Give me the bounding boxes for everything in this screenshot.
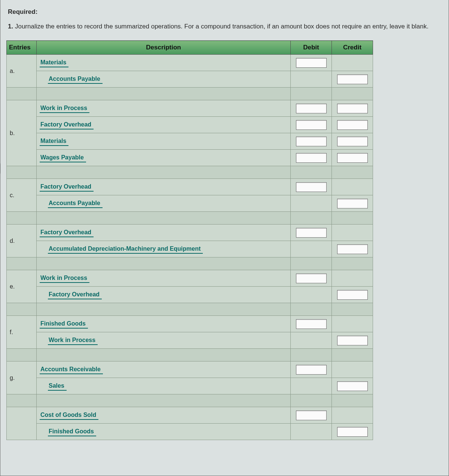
- account-link[interactable]: Finished Goods: [40, 320, 88, 329]
- debit-input[interactable]: [296, 120, 327, 130]
- account-link[interactable]: Materials: [40, 58, 68, 67]
- table-row: Wages Payable: [7, 150, 373, 166]
- debit-input[interactable]: [296, 182, 327, 192]
- account-link[interactable]: Sales: [48, 382, 67, 391]
- spacer-cell: [332, 303, 373, 316]
- credit-cell: [332, 378, 373, 394]
- credit-input[interactable]: [337, 381, 368, 391]
- account-link[interactable]: Factory Overhead: [48, 290, 102, 299]
- spacer-cell: [37, 212, 291, 225]
- entry-label-cell: c.: [7, 179, 37, 212]
- debit-input[interactable]: [296, 104, 327, 113]
- account-link[interactable]: Finished Goods: [48, 427, 96, 436]
- account-link[interactable]: Factory Overhead: [40, 183, 94, 192]
- credit-cell: [332, 287, 373, 303]
- instructions-block: Required: 1. Journalize the entries to r…: [0, 0, 449, 40]
- account-link[interactable]: Cost of Goods Sold: [40, 411, 98, 420]
- account-link[interactable]: Factory Overhead: [40, 120, 94, 129]
- account-link[interactable]: Wages Payable: [40, 153, 86, 162]
- credit-cell: [332, 225, 373, 241]
- description-cell: Materials: [37, 133, 291, 150]
- spacer-cell: [291, 349, 332, 361]
- account-link[interactable]: Work in Process: [40, 274, 89, 283]
- header-description: Description: [37, 41, 291, 55]
- description-cell: Factory Overhead: [37, 117, 291, 133]
- debit-input[interactable]: [296, 274, 327, 283]
- credit-input[interactable]: [337, 153, 368, 163]
- credit-input[interactable]: [337, 290, 368, 300]
- debit-cell: [291, 100, 332, 117]
- credit-cell: [332, 361, 373, 378]
- account-link[interactable]: Accounts Receivable: [40, 365, 103, 374]
- table-row: d.Factory Overhead: [7, 225, 373, 241]
- debit-cell: [291, 270, 332, 287]
- debit-input[interactable]: [296, 137, 327, 146]
- debit-input[interactable]: [296, 228, 327, 238]
- entry-label-cell: g.: [7, 361, 37, 394]
- debit-cell: [291, 241, 332, 257]
- entry-label-cell: e.: [7, 270, 37, 303]
- description-cell: Work in Process: [37, 332, 291, 349]
- debit-input[interactable]: [296, 153, 327, 163]
- debit-input[interactable]: [296, 319, 327, 329]
- account-link[interactable]: Accounts Payable: [48, 75, 103, 84]
- debit-input[interactable]: [296, 365, 327, 375]
- spacer-cell: [291, 303, 332, 316]
- credit-input[interactable]: [337, 104, 368, 113]
- description-cell: Sales: [37, 378, 291, 394]
- spacer-row: [7, 212, 373, 225]
- credit-input[interactable]: [337, 120, 368, 130]
- spacer-cell: [332, 394, 373, 407]
- credit-input[interactable]: [337, 336, 368, 345]
- entry-label: c.: [10, 192, 14, 198]
- credit-input[interactable]: [337, 199, 368, 208]
- account-link[interactable]: Work in Process: [48, 336, 98, 345]
- entry-label-cell: a.: [7, 55, 37, 88]
- account-link[interactable]: Accumulated Depreciation-Machinery and E…: [48, 245, 203, 254]
- credit-cell: [332, 424, 373, 440]
- spacer-row: [7, 257, 373, 270]
- debit-cell: [291, 195, 332, 212]
- account-link[interactable]: Materials: [40, 137, 68, 146]
- entry-label: f.: [10, 329, 13, 335]
- debit-input[interactable]: [296, 411, 327, 420]
- table-row: g.Accounts Receivable: [7, 361, 373, 378]
- debit-input[interactable]: [296, 58, 327, 68]
- entry-label: b.: [10, 130, 15, 136]
- credit-cell: [332, 332, 373, 349]
- spacer-cell: [332, 88, 373, 100]
- account-link[interactable]: Factory Overhead: [40, 228, 94, 237]
- spacer-row: [7, 394, 373, 407]
- entry-label: a.: [10, 68, 15, 74]
- account-link[interactable]: Work in Process: [40, 104, 89, 113]
- debit-cell: [291, 407, 332, 424]
- credit-input[interactable]: [337, 74, 368, 84]
- credit-cell: [332, 150, 373, 166]
- entry-label: e.: [10, 283, 15, 290]
- description-cell: Wages Payable: [37, 150, 291, 166]
- description-cell: Factory Overhead: [37, 287, 291, 303]
- credit-cell: [332, 407, 373, 424]
- description-cell: Work in Process: [37, 100, 291, 117]
- header-entries: Entries: [7, 41, 37, 55]
- page-container: Required: 1. Journalize the entries to r…: [0, 0, 449, 476]
- table-row: c.Factory Overhead: [7, 179, 373, 195]
- entry-label: g.: [10, 375, 15, 381]
- description-cell: Accounts Payable: [37, 71, 291, 88]
- debit-cell: [291, 332, 332, 349]
- credit-input[interactable]: [337, 244, 368, 254]
- debit-cell: [291, 179, 332, 195]
- instruction-text: 1. Journalize the entries to record the …: [8, 21, 441, 31]
- credit-input[interactable]: [337, 137, 368, 146]
- journal-table: Entries Description Debit Credit a.Mater…: [6, 40, 373, 440]
- credit-cell: [332, 117, 373, 133]
- spacer-cell: [37, 349, 291, 361]
- spacer-cell: [37, 257, 291, 270]
- spacer-cell: [332, 257, 373, 270]
- credit-cell: [332, 71, 373, 88]
- table-row: Accounts Payable: [7, 71, 373, 88]
- debit-cell: [291, 150, 332, 166]
- debit-cell: [291, 133, 332, 150]
- credit-input[interactable]: [337, 427, 368, 437]
- account-link[interactable]: Accounts Payable: [48, 199, 103, 208]
